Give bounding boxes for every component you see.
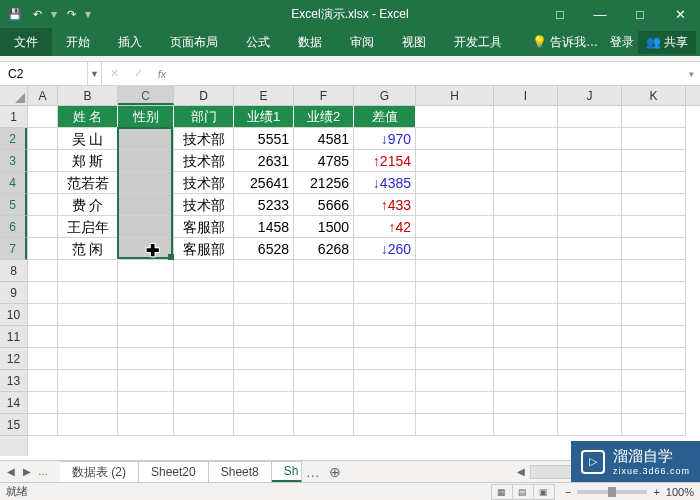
cell-area[interactable]: 姓 名性别部门业绩1业绩2差值吴 山技术部55514581↓970郑 斯技术部2… [28, 106, 700, 456]
cell[interactable] [234, 348, 294, 370]
undo-icon[interactable]: ↶ [28, 5, 46, 23]
name-box[interactable]: C2 [0, 62, 88, 85]
cell[interactable] [622, 238, 686, 260]
cell[interactable] [558, 370, 622, 392]
cell[interactable]: ↓4385 [354, 172, 416, 194]
tab-developer[interactable]: 开发工具 [440, 28, 516, 56]
col-header-F[interactable]: F [294, 86, 354, 105]
sheet-tab[interactable]: Sh [272, 461, 302, 482]
row-header-5[interactable]: 5 [0, 194, 27, 216]
tab-file[interactable]: 文件 [0, 28, 52, 56]
cell[interactable] [118, 370, 174, 392]
cell[interactable] [416, 282, 494, 304]
cell[interactable]: 客服部 [174, 216, 234, 238]
cell[interactable] [354, 348, 416, 370]
cell[interactable] [28, 216, 58, 238]
tab-home[interactable]: 开始 [52, 28, 104, 56]
cell[interactable]: 郑 斯 [58, 150, 118, 172]
add-sheet-button[interactable]: … [302, 464, 324, 480]
sheet-tab[interactable]: Sheet8 [209, 461, 272, 482]
save-icon[interactable]: 💾 [6, 5, 24, 23]
cell[interactable] [118, 326, 174, 348]
cell[interactable] [622, 326, 686, 348]
maximize-button[interactable]: □ [620, 0, 660, 28]
cell[interactable] [28, 326, 58, 348]
cell[interactable] [494, 370, 558, 392]
sheet-tab[interactable]: Sheet20 [139, 461, 209, 482]
cell[interactable] [354, 370, 416, 392]
row-header-11[interactable]: 11 [0, 326, 27, 348]
cell[interactable]: 姓 名 [58, 106, 118, 128]
cell[interactable]: 6528 [234, 238, 294, 260]
cell[interactable]: ↓260 [354, 238, 416, 260]
cell[interactable]: 1500 [294, 216, 354, 238]
cell[interactable] [234, 282, 294, 304]
row-header-6[interactable]: 6 [0, 216, 27, 238]
cell[interactable] [558, 128, 622, 150]
tab-insert[interactable]: 插入 [104, 28, 156, 56]
cell[interactable]: 业绩2 [294, 106, 354, 128]
sheet-nav-next-icon[interactable]: ▶ [20, 466, 34, 477]
column-headers[interactable]: ABCDEFGHIJK [28, 86, 700, 106]
cell[interactable] [558, 194, 622, 216]
cell[interactable] [416, 172, 494, 194]
cell[interactable] [294, 282, 354, 304]
col-header-G[interactable]: G [354, 86, 416, 105]
cell[interactable] [354, 326, 416, 348]
cell[interactable] [294, 370, 354, 392]
cell[interactable] [494, 238, 558, 260]
tab-review[interactable]: 审阅 [336, 28, 388, 56]
col-header-I[interactable]: I [494, 86, 558, 105]
cell[interactable]: 费 介 [58, 194, 118, 216]
cell[interactable] [622, 260, 686, 282]
row-header-2[interactable]: 2 [0, 128, 27, 150]
expand-formula-bar-icon[interactable]: ▾ [682, 69, 700, 79]
cell[interactable] [118, 282, 174, 304]
cell[interactable] [174, 260, 234, 282]
cell[interactable] [174, 282, 234, 304]
minimize-button[interactable]: — [580, 0, 620, 28]
cell[interactable] [494, 150, 558, 172]
cell[interactable] [28, 172, 58, 194]
cell[interactable]: 范若若 [58, 172, 118, 194]
cell[interactable] [416, 370, 494, 392]
cell[interactable] [28, 260, 58, 282]
spreadsheet-grid[interactable]: ABCDEFGHIJK 123456789101112131415 姓 名性别部… [0, 86, 700, 456]
hscroll-left-icon[interactable]: ◀ [514, 466, 528, 477]
cell[interactable] [622, 370, 686, 392]
cell[interactable] [416, 414, 494, 436]
row-headers[interactable]: 123456789101112131415 [0, 106, 28, 456]
cell[interactable] [174, 414, 234, 436]
cell[interactable] [558, 260, 622, 282]
cell[interactable] [234, 392, 294, 414]
share-button[interactable]: 👥共享 [638, 31, 696, 54]
row-header-13[interactable]: 13 [0, 370, 27, 392]
cell[interactable] [416, 106, 494, 128]
cell[interactable] [622, 304, 686, 326]
cell[interactable] [58, 260, 118, 282]
normal-view-icon[interactable]: ▦ [491, 484, 513, 500]
cell[interactable] [416, 326, 494, 348]
cell[interactable]: ↑2154 [354, 150, 416, 172]
cell[interactable] [118, 216, 174, 238]
row-header-15[interactable]: 15 [0, 414, 27, 436]
tab-data[interactable]: 数据 [284, 28, 336, 56]
cell[interactable] [58, 392, 118, 414]
cell[interactable] [622, 348, 686, 370]
cell[interactable] [28, 348, 58, 370]
cell[interactable]: 技术部 [174, 150, 234, 172]
cell[interactable] [118, 194, 174, 216]
cell[interactable]: 性别 [118, 106, 174, 128]
cell[interactable] [416, 260, 494, 282]
row-header-1[interactable]: 1 [0, 106, 27, 128]
cell[interactable] [28, 106, 58, 128]
cell[interactable] [234, 260, 294, 282]
tab-layout[interactable]: 页面布局 [156, 28, 232, 56]
cell[interactable] [416, 194, 494, 216]
cell[interactable] [416, 238, 494, 260]
cell[interactable] [118, 392, 174, 414]
col-header-D[interactable]: D [174, 86, 234, 105]
cell[interactable] [494, 128, 558, 150]
cell[interactable] [494, 172, 558, 194]
login-button[interactable]: 登录 [610, 34, 634, 51]
